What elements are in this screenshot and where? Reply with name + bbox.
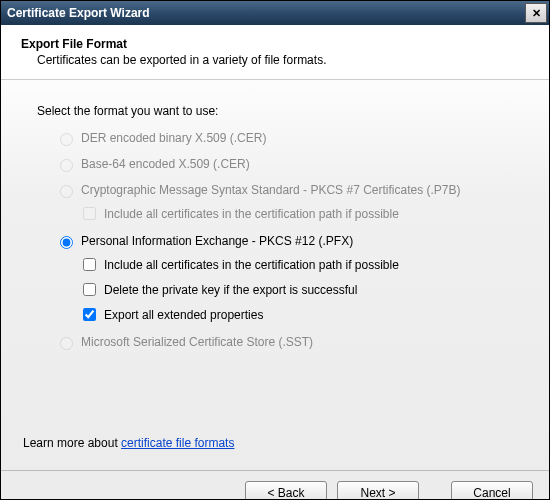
pfx-include-chain[interactable]: Include all certificates in the certific… xyxy=(79,255,517,274)
next-button[interactable]: Next > xyxy=(337,481,419,501)
option-sst: Microsoft Serialized Certificate Store (… xyxy=(55,334,517,350)
titlebar: Certificate Export Wizard ✕ xyxy=(1,1,549,25)
option-base64-label: Base-64 encoded X.509 (.CER) xyxy=(81,157,250,171)
option-sst-label: Microsoft Serialized Certificate Store (… xyxy=(81,335,313,349)
window-title: Certificate Export Wizard xyxy=(7,6,150,20)
option-base64: Base-64 encoded X.509 (.CER) xyxy=(55,156,517,172)
pfx-delete-key-label: Delete the private key if the export is … xyxy=(104,283,357,297)
checkbox-pfx-delete-key[interactable] xyxy=(83,283,96,296)
learn-more-link[interactable]: certificate file formats xyxy=(121,436,234,450)
close-button[interactable]: ✕ xyxy=(525,3,547,23)
option-der: DER encoded binary X.509 (.CER) xyxy=(55,130,517,146)
header-section: Export File Format Certificates can be e… xyxy=(1,25,549,80)
pkcs7-include-chain: Include all certificates in the certific… xyxy=(79,204,517,223)
back-button[interactable]: < Back xyxy=(245,481,327,501)
pfx-export-ext[interactable]: Export all extended properties xyxy=(79,305,517,324)
close-icon: ✕ xyxy=(532,7,541,20)
checkbox-pfx-include-chain[interactable] xyxy=(83,258,96,271)
learn-more: Learn more about certificate file format… xyxy=(23,436,234,450)
checkbox-pkcs7-include-chain xyxy=(83,207,96,220)
radio-base64 xyxy=(60,159,73,172)
pfx-export-ext-label: Export all extended properties xyxy=(104,308,263,322)
radio-sst xyxy=(60,337,73,350)
page-subtitle: Certificates can be exported in a variet… xyxy=(37,53,529,67)
footer: < Back Next > Cancel xyxy=(1,470,549,500)
option-der-label: DER encoded binary X.509 (.CER) xyxy=(81,131,266,145)
prompt-text: Select the format you want to use: xyxy=(37,104,517,118)
option-pfx-label: Personal Information Exchange - PKCS #12… xyxy=(81,234,353,248)
cancel-button[interactable]: Cancel xyxy=(451,481,533,501)
option-pkcs7: Cryptographic Message Syntax Standard - … xyxy=(55,182,517,198)
pkcs7-include-chain-label: Include all certificates in the certific… xyxy=(104,207,399,221)
body-section: Select the format you want to use: DER e… xyxy=(1,80,549,470)
option-pkcs7-label: Cryptographic Message Syntax Standard - … xyxy=(81,183,461,197)
page-title: Export File Format xyxy=(21,37,529,51)
radio-pfx[interactable] xyxy=(60,236,73,249)
pfx-include-chain-label: Include all certificates in the certific… xyxy=(104,258,399,272)
learn-more-prefix: Learn more about xyxy=(23,436,121,450)
checkbox-pfx-export-ext[interactable] xyxy=(83,308,96,321)
radio-pkcs7 xyxy=(60,185,73,198)
radio-der xyxy=(60,133,73,146)
pfx-delete-key[interactable]: Delete the private key if the export is … xyxy=(79,280,517,299)
option-pfx[interactable]: Personal Information Exchange - PKCS #12… xyxy=(55,233,517,249)
